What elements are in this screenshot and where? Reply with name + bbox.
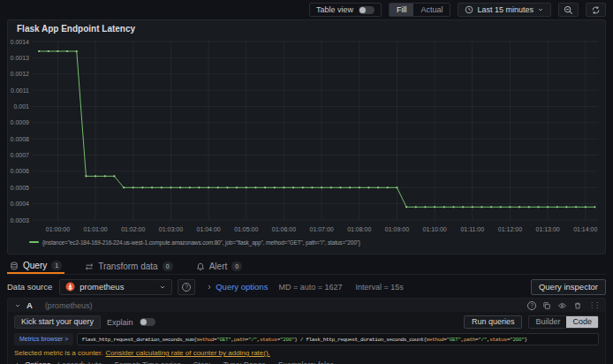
- svg-text:01:02:00: 01:02:00: [121, 226, 145, 232]
- svg-text:0.001: 0.001: [13, 103, 29, 110]
- drag-handle[interactable]: ⋮⋮: [588, 301, 599, 309]
- tab-alert-label: Alert: [209, 262, 228, 271]
- svg-text:01:13:00: 01:13:00: [535, 226, 559, 232]
- counter-hint-row: Selected metric is a counter. Consider c…: [8, 345, 605, 357]
- tab-alert-count: 0: [231, 262, 242, 271]
- explain-toggle[interactable]: [140, 318, 155, 326]
- svg-text:0.0007: 0.0007: [11, 152, 30, 158]
- legend[interactable]: {instance="ec2-184-169-216-224.us-west-1…: [8, 238, 605, 246]
- svg-text:01:04:00: 01:04:00: [196, 226, 220, 232]
- chevron-right-icon: [206, 284, 213, 291]
- time-range-label: Last 15 minutes: [477, 5, 534, 14]
- eye-icon[interactable]: [557, 301, 567, 310]
- tab-transform-label: Transform data: [98, 262, 157, 271]
- options-summary: Legend: Auto Format: Time series Step: T…: [57, 360, 334, 364]
- query-row-header[interactable]: A (prometheus) ? ⋮⋮: [8, 299, 605, 312]
- svg-text:0.0003: 0.0003: [11, 217, 30, 224]
- trash-icon[interactable]: [573, 301, 582, 310]
- explain-label: Explain: [107, 318, 133, 327]
- svg-text:01:14:00: 01:14:00: [573, 226, 597, 232]
- query-editor-row: Metrics browser > flask_http_request_dur…: [8, 329, 605, 345]
- svg-text:0.0012: 0.0012: [11, 71, 30, 77]
- svg-text:01:09:00: 01:09:00: [385, 226, 409, 232]
- query-options-row[interactable]: Options Legend: Auto Format: Time series…: [8, 357, 605, 364]
- query-toolbar: Kick start your query Explain Run querie…: [8, 312, 605, 329]
- promql-code-editor[interactable]: flask_http_request_duration_seconds_sum{…: [77, 333, 599, 345]
- tab-transform-data[interactable]: Transform data 0: [82, 258, 175, 274]
- tab-query[interactable]: Query 1: [7, 258, 64, 274]
- counter-hint-text: Selected metric is a counter.: [14, 349, 103, 357]
- svg-text:0.0014: 0.0014: [11, 39, 30, 45]
- time-series-chart[interactable]: 0.00030.00040.00050.00060.00070.00080.00…: [8, 36, 605, 236]
- svg-text:0.0009: 0.0009: [11, 119, 30, 125]
- time-range-picker[interactable]: Last 15 minutes: [458, 3, 551, 17]
- chevron-down-icon: [159, 284, 166, 291]
- query-row-actions: ? ⋮⋮: [527, 301, 599, 310]
- tab-query-label: Query: [23, 261, 47, 270]
- table-view-label: Table view: [316, 5, 353, 14]
- table-view-toggle[interactable]: [359, 6, 375, 14]
- datasource-label: Data source: [7, 282, 52, 292]
- collapse-chevron-icon: [14, 302, 21, 309]
- metrics-browser-toggle[interactable]: Metrics browser >: [14, 333, 73, 345]
- svg-text:01:07:00: 01:07:00: [309, 226, 333, 232]
- svg-text:01:00:00: 01:00:00: [46, 226, 70, 232]
- database-icon: [10, 262, 19, 270]
- shuffle-icon: [85, 262, 94, 271]
- refresh-button[interactable]: [586, 3, 606, 17]
- add-rate-hint-link[interactable]: Consider calculating rate of counter by …: [106, 349, 270, 357]
- svg-text:01:03:00: 01:03:00: [159, 226, 183, 232]
- svg-text:0.0011: 0.0011: [11, 87, 29, 94]
- svg-text:0.0008: 0.0008: [11, 136, 30, 142]
- clock-icon: [465, 5, 473, 14]
- datasource-help-button[interactable]: ?: [178, 279, 195, 295]
- query-options-summary: MD = auto = 1627 Interval = 15s: [278, 283, 403, 292]
- svg-text:01:01:00: 01:01:00: [83, 226, 107, 232]
- query-help-button[interactable]: ?: [527, 301, 536, 310]
- fill-actual-toggle: Fill Actual: [389, 3, 451, 17]
- svg-text:01:05:00: 01:05:00: [234, 226, 258, 232]
- zoom-out-button[interactable]: [558, 3, 579, 17]
- sync-icon: [591, 5, 601, 15]
- run-queries-button[interactable]: Run queries: [464, 315, 523, 329]
- table-view-group: Table view: [309, 3, 382, 17]
- svg-text:01:11:00: 01:11:00: [460, 226, 484, 232]
- series-color-swatch: [29, 241, 39, 243]
- actual-option[interactable]: Actual: [413, 4, 450, 16]
- builder-code-toggle: Builder Code: [528, 315, 599, 329]
- fill-option[interactable]: Fill: [390, 4, 414, 16]
- query-datasource-hint: (prometheus): [45, 301, 93, 310]
- svg-text:01:10:00: 01:10:00: [422, 226, 446, 232]
- tab-alert[interactable]: Alert 0: [193, 258, 246, 274]
- datasource-value: prometheus: [79, 282, 124, 292]
- code-option[interactable]: Code: [566, 316, 598, 328]
- query-options-label: Query options: [216, 282, 268, 292]
- editor-tabs: Query 1 Transform data 0 Alert 0: [7, 258, 606, 275]
- query-row-a: A (prometheus) ? ⋮⋮ Kick start your quer…: [7, 298, 606, 364]
- timeseries-panel: Flask App Endpoint Latency 0.00030.00040…: [7, 19, 606, 254]
- svg-text:01:08:00: 01:08:00: [347, 226, 371, 232]
- chevron-down-icon: [537, 6, 544, 13]
- svg-text:0.0013: 0.0013: [11, 55, 30, 61]
- top-toolbar: Table view Fill Actual Last 15 minutes: [0, 0, 613, 19]
- options-label: Options: [25, 360, 50, 364]
- tab-query-count: 1: [51, 261, 62, 270]
- help-circle-icon: ?: [527, 301, 536, 310]
- prometheus-logo-icon: [65, 282, 75, 292]
- series-label: {instance="ec2-184-169-216-224.us-west-1…: [42, 239, 360, 246]
- help-circle-icon: ?: [182, 283, 191, 292]
- bell-icon: [196, 262, 205, 271]
- query-options-toggle[interactable]: Query options: [206, 282, 268, 292]
- svg-text:0.0005: 0.0005: [11, 185, 30, 191]
- svg-text:0.0004: 0.0004: [11, 201, 30, 207]
- datasource-row: Data source prometheus ? Query options M…: [7, 278, 606, 295]
- builder-option[interactable]: Builder: [529, 316, 566, 328]
- copy-icon[interactable]: [542, 301, 551, 310]
- query-inspector-button[interactable]: Query inspector: [531, 279, 606, 295]
- panel-title: Flask App Endpoint Latency: [8, 20, 605, 36]
- tab-transform-count: 0: [163, 262, 173, 271]
- datasource-picker[interactable]: prometheus: [59, 279, 172, 295]
- svg-text:01:06:00: 01:06:00: [272, 226, 296, 232]
- kick-start-button[interactable]: Kick start your query: [14, 315, 101, 329]
- svg-text:01:12:00: 01:12:00: [498, 226, 522, 232]
